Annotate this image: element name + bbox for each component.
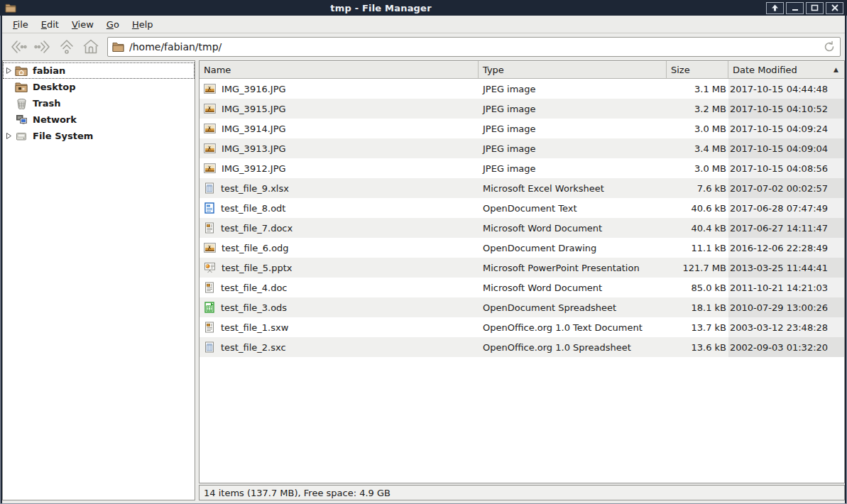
sidebar-item-label: Desktop	[33, 82, 75, 92]
column-header-type[interactable]: Type	[479, 61, 667, 78]
minimize-icon	[792, 4, 799, 11]
file-row-test_file_8.odt[interactable]: test_file_8.odtOpenDocument Text40.6 kB2…	[200, 198, 844, 218]
path-input[interactable]	[129, 41, 820, 53]
file-name: test_file_8.odt	[221, 203, 285, 214]
name-cell: IMG_3915.JPG	[200, 99, 479, 119]
file-name: IMG_3914.JPG	[222, 124, 286, 134]
file-row-test_file_2.sxc[interactable]: test_file_2.sxcOpenOffice.org 1.0 Spread…	[200, 337, 844, 357]
up-icon	[58, 38, 75, 55]
main-area: fabianDesktopTrashNetworkFile System Nam…	[2, 60, 845, 503]
menu-help[interactable]: Help	[126, 17, 160, 32]
file-row-test_file_7.docx[interactable]: test_file_7.docxMicrosoft Word Document4…	[200, 218, 844, 238]
back-icon	[9, 38, 28, 55]
name-cell: test_file_5.pptx	[200, 258, 479, 278]
up-button[interactable]	[55, 36, 79, 57]
reload-icon[interactable]	[823, 40, 836, 53]
sidebar-item-trash[interactable]: Trash	[3, 95, 195, 111]
forward-icon	[33, 38, 52, 55]
menubar: FileEditViewGoHelp	[2, 16, 845, 33]
minimize-button[interactable]	[786, 2, 804, 14]
sidebar-item-network[interactable]: Network	[3, 111, 195, 128]
type-cell: JPEG image	[479, 99, 667, 119]
home-icon	[82, 38, 100, 55]
name-cell: test_file_7.docx	[200, 218, 479, 238]
column-header-name[interactable]: Name	[200, 61, 479, 78]
date-cell: 2013-03-25 11:44:41	[728, 258, 844, 278]
column-header-size[interactable]: Size	[667, 61, 728, 78]
file-name: test_file_4.doc	[221, 283, 288, 293]
type-cell: JPEG image	[479, 79, 667, 99]
file-row-test_file_4.doc[interactable]: test_file_4.docMicrosoft Word Document85…	[200, 278, 844, 297]
date-cell: 2011-10-21 14:21:03	[728, 278, 844, 297]
column-header-date[interactable]: Date Modified▲	[728, 61, 844, 78]
date-cell: 2003-03-12 23:48:28	[728, 317, 844, 337]
file-list: NameTypeSizeDate Modified▲ IMG_3916.JPGJ…	[199, 60, 845, 483]
size-cell: 121.7 MB	[667, 258, 728, 278]
file-row-IMG_3915.JPG[interactable]: IMG_3915.JPGJPEG image3.2 MB2017-10-15 0…	[200, 99, 844, 119]
menu-file[interactable]: File	[6, 17, 35, 32]
window-controls	[766, 2, 843, 14]
home-button[interactable]	[79, 36, 103, 57]
file-name: IMG_3916.JPG	[222, 84, 286, 94]
shade-button[interactable]	[766, 2, 784, 14]
sidebar-item-label: Network	[33, 114, 77, 125]
type-cell: JPEG image	[479, 138, 667, 158]
file-name: test_file_2.sxc	[221, 342, 286, 353]
type-cell: Microsoft Excel Worksheet	[479, 178, 667, 198]
menu-edit[interactable]: Edit	[35, 17, 65, 32]
file-name: test_file_7.docx	[221, 223, 293, 234]
file-name: test_file_3.ods	[221, 302, 287, 313]
size-cell: 11.1 kB	[667, 238, 728, 258]
file-row-test_file_9.xlsx[interactable]: test_file_9.xlsxMicrosoft Excel Workshee…	[200, 178, 844, 198]
name-cell: test_file_8.odt	[200, 198, 479, 218]
back-button[interactable]	[6, 36, 31, 57]
size-cell: 3.0 MB	[667, 158, 728, 178]
name-cell: IMG_3916.JPG	[200, 79, 479, 99]
column-header-label: Type	[483, 65, 504, 75]
expander-icon[interactable]	[3, 132, 14, 140]
close-button[interactable]	[826, 2, 843, 14]
titlebar[interactable]: tmp - File Manager	[0, 0, 847, 16]
file-row-test_file_1.sxw[interactable]: test_file_1.sxwOpenOffice.org 1.0 Text D…	[200, 317, 844, 337]
sidebar-item-fabian[interactable]: fabian	[3, 62, 195, 79]
expander-icon[interactable]	[3, 67, 14, 75]
date-cell: 2016-12-06 22:28:49	[728, 238, 844, 258]
doc-word-icon	[204, 322, 215, 333]
file-row-IMG_3916.JPG[interactable]: IMG_3916.JPGJPEG image3.1 MB2017-10-15 0…	[200, 79, 844, 99]
statusbar: 14 items (137.7 MB), Free space: 4.9 GB	[199, 485, 845, 500]
name-cell: test_file_6.odg	[200, 238, 479, 258]
sheet-blue-icon	[204, 182, 215, 194]
file-row-test_file_6.odg[interactable]: test_file_6.odgOpenDocument Drawing11.1 …	[200, 238, 844, 258]
photo-icon	[204, 242, 216, 253]
network-icon	[14, 114, 28, 125]
file-row-IMG_3912.JPG[interactable]: IMG_3912.JPGJPEG image3.0 MB2017-10-15 0…	[200, 158, 844, 178]
menu-go[interactable]: Go	[100, 17, 126, 32]
folder-icon	[112, 41, 124, 52]
type-cell: Microsoft PowerPoint Presentation	[479, 258, 667, 278]
forward-button[interactable]	[31, 36, 55, 57]
sheet-green-icon	[204, 302, 215, 313]
file-row-test_file_5.pptx[interactable]: test_file_5.pptxMicrosoft PowerPoint Pre…	[200, 258, 844, 278]
date-cell: 2010-07-29 13:00:26	[728, 297, 844, 317]
date-cell: 2002-09-03 01:32:20	[728, 337, 844, 357]
photo-icon	[204, 143, 216, 154]
maximize-button[interactable]	[806, 2, 824, 14]
column-header-label: Name	[204, 65, 231, 75]
sidebar-item-file-system[interactable]: File System	[3, 128, 195, 144]
menu-view[interactable]: View	[65, 17, 100, 32]
file-row-IMG_3913.JPG[interactable]: IMG_3913.JPGJPEG image3.4 MB2017-10-15 0…	[200, 138, 844, 158]
sidebar-item-desktop[interactable]: Desktop	[3, 79, 195, 95]
type-cell: JPEG image	[479, 158, 667, 178]
file-name: IMG_3913.JPG	[222, 143, 286, 154]
file-row-test_file_3.ods[interactable]: test_file_3.odsOpenDocument Spreadsheet1…	[200, 297, 844, 317]
window-title: tmp - File Manager	[0, 3, 762, 13]
type-cell: Microsoft Word Document	[479, 278, 667, 297]
file-name: test_file_5.pptx	[222, 263, 292, 273]
size-cell: 3.0 MB	[667, 119, 728, 138]
sidebar-item-label: fabian	[33, 65, 65, 76]
file-name: test_file_6.odg	[222, 243, 289, 253]
type-cell: OpenDocument Text	[479, 198, 667, 218]
file-row-IMG_3914.JPG[interactable]: IMG_3914.JPGJPEG image3.0 MB2017-10-15 0…	[200, 119, 844, 138]
size-cell: 18.1 kB	[667, 297, 728, 317]
type-cell: Microsoft Word Document	[479, 218, 667, 238]
